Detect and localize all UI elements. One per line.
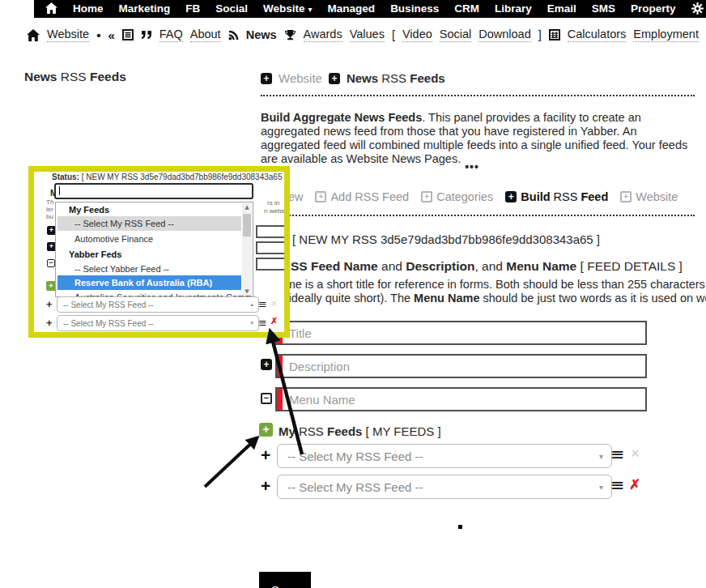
menu-name-field-row — [275, 387, 647, 411]
chevron-down-icon: ▾ — [250, 320, 258, 326]
plus-icon[interactable]: + — [329, 73, 340, 84]
drag-handle-icon[interactable]: ≡ — [610, 477, 625, 493]
description-field-row — [275, 354, 647, 378]
plus-icon[interactable]: + — [261, 359, 272, 370]
add-row-icon: + — [46, 317, 53, 329]
dropdown-inset-popup: Status: [ NEW MY RSS 3d5e79dad3bd7bb986f… — [28, 166, 290, 338]
drag-handle-icon: ≡ — [258, 298, 267, 310]
section-dots: ••• — [448, 160, 496, 173]
intro-paragraph: Build Aggregate News Feeds. This panel p… — [261, 111, 691, 166]
nav2-social[interactable]: Social — [440, 28, 472, 42]
nav2-faq[interactable]: FAQ — [159, 28, 183, 42]
text-fragment: n website — [264, 207, 290, 215]
option-group: My Feeds — [56, 202, 253, 216]
divider — [261, 95, 695, 96]
drag-handle-icon: ≡ — [258, 317, 267, 329]
breadcrumb-current: News RSS Feeds — [347, 71, 445, 85]
add-row-icon[interactable]: + — [261, 478, 270, 494]
nav2-values[interactable]: Values — [350, 28, 385, 42]
rss-icon[interactable] — [228, 30, 239, 40]
details-line-1: The Feed Name is a short title for refer… — [217, 278, 706, 291]
tab-website[interactable]: +Website — [620, 190, 678, 203]
primary-nav: Home Marketing FB Social Website▾ Manage… — [34, 0, 706, 18]
nav-item-library[interactable]: Library — [495, 2, 532, 15]
drag-handle-icon[interactable]: ≡ — [610, 446, 625, 462]
trophy-icon[interactable] — [284, 29, 296, 41]
nav2-download[interactable]: Download — [478, 28, 531, 42]
scroll-up-icon[interactable]: ▲ — [242, 204, 252, 211]
nav-item-social[interactable]: Social — [215, 2, 248, 15]
list-icon[interactable] — [122, 29, 134, 40]
scroll-down-icon[interactable]: ▼ — [242, 288, 252, 295]
nav2-calculators[interactable]: Calculators — [568, 28, 627, 42]
my-rss-feed-select-2[interactable]: -- Select My RSS Feed -- ▾ — [277, 475, 612, 499]
calculator-icon[interactable] — [549, 29, 560, 40]
plus-box-icon: + — [315, 191, 326, 202]
nav2-video[interactable]: Video — [402, 28, 432, 42]
nav-item-managed[interactable]: Managed — [328, 2, 376, 15]
text-fragment: ler — [46, 206, 53, 213]
my-rss-feed-select-1[interactable]: -- Select My RSS Feed -- ▾ — [277, 444, 612, 468]
add-row-icon[interactable]: + — [261, 447, 270, 463]
bracket-open: [ — [392, 28, 395, 41]
menu-name-input[interactable] — [283, 389, 645, 410]
nav-item-property[interactable]: Property — [631, 2, 676, 15]
bracket-close: ] — [538, 28, 542, 41]
breadcrumb-website[interactable]: Website — [279, 71, 322, 85]
chevron-up-icon: ▴ — [250, 301, 258, 308]
nav2-employment[interactable]: Employment — [633, 28, 699, 42]
dropdown-option-list: My Feeds -- Select My RSS Feed -- Automo… — [55, 202, 253, 297]
plus-icon[interactable]: + — [261, 73, 272, 84]
chevrons-left-icon[interactable]: « — [108, 28, 114, 42]
option-select-my-rss-feed[interactable]: -- Select My RSS Feed -- — [57, 216, 241, 231]
option-automotive-finance[interactable]: Automotive Finance — [56, 231, 253, 246]
popup-select-row-1[interactable]: -- Select My RSS Feed -- ▴ — [57, 296, 259, 313]
nav-item-sms[interactable]: SMS — [592, 2, 615, 15]
nav2-about[interactable]: About — [190, 28, 221, 42]
nav-item-home[interactable]: Home — [73, 2, 104, 15]
save-button[interactable]: Save — [259, 572, 311, 588]
nav-item-business[interactable]: Business — [390, 2, 439, 15]
remove-row-icon[interactable]: ✗ — [629, 478, 640, 492]
secondary-nav: Website • « FAQ About News Awards Values… — [27, 25, 706, 45]
stray-dot — [458, 525, 462, 529]
bullet-icon: • — [96, 28, 100, 42]
gear-icon[interactable] — [691, 2, 704, 15]
nav2-website[interactable]: Website — [47, 28, 89, 42]
feed-details-heading: My RSS Feed Name and Description, and Me… — [261, 259, 683, 274]
text-fragment: bu — [46, 213, 53, 220]
option-select-yabber-feed[interactable]: -- Select Yabber Feed -- — [56, 262, 253, 275]
scrollbar-thumb[interactable] — [243, 214, 251, 236]
breadcrumb: + Website + News RSS Feeds — [261, 71, 445, 85]
nav2-awards[interactable]: Awards — [304, 28, 342, 42]
description-input[interactable] — [283, 356, 645, 377]
quote-icon[interactable] — [141, 30, 152, 40]
text-fragment: rs in — [267, 199, 279, 207]
nav2-news[interactable]: News — [246, 28, 277, 41]
feed-tabs: +Overview +Add RSS Feed +Categories +Bui… — [239, 190, 678, 203]
minus-box-icon[interactable]: − — [261, 393, 272, 404]
clipped-input — [256, 241, 290, 254]
home-icon[interactable] — [27, 29, 40, 41]
arrow-to-green-plus — [205, 438, 257, 487]
nav-item-fb[interactable]: FB — [185, 2, 200, 15]
green-plus-icon[interactable]: + — [259, 423, 273, 437]
option-reserve-bank-highlighted[interactable]: Reserve Bank of Australia (RBA) — [57, 275, 241, 290]
tab-build-rss-feed[interactable]: +Build RSS Feed — [505, 190, 608, 203]
clipped-input — [256, 258, 290, 271]
nav-item-crm[interactable]: CRM — [454, 2, 479, 15]
minus-box-icon: − — [47, 259, 55, 267]
dropdown-search-input[interactable] — [54, 183, 253, 199]
chevron-down-icon: ▾ — [599, 483, 611, 492]
scrollbar[interactable]: ▲ ▼ — [242, 203, 252, 296]
tab-categories[interactable]: +Categories — [421, 190, 493, 203]
nav-item-email[interactable]: Email — [547, 2, 576, 15]
nav-item-website[interactable]: Website▾ — [263, 2, 313, 15]
tab-add-rss-feed[interactable]: +Add RSS Feed — [315, 190, 409, 203]
popup-select-row-2[interactable]: -- Select My RSS Feed -- ▾ — [57, 315, 259, 331]
remove-row-icon-disabled: × — [631, 446, 640, 461]
nav-item-marketing[interactable]: Marketing — [119, 2, 171, 15]
home-icon[interactable] — [45, 2, 57, 14]
plus-icon: + — [505, 191, 517, 202]
title-input[interactable] — [283, 322, 645, 343]
